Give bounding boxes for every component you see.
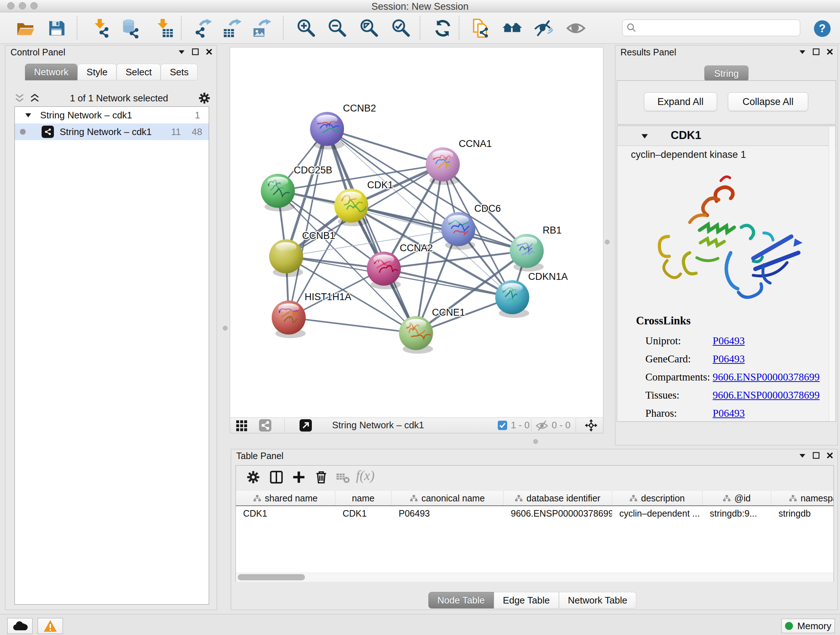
node-CCNE1[interactable] (399, 316, 433, 354)
search-input[interactable] (641, 22, 800, 34)
network-row[interactable]: String Network – cdk1 11 48 (15, 124, 209, 140)
crosslink-link[interactable]: 9606.ENSP00000378699 (713, 371, 820, 383)
import-database-icon[interactable] (120, 18, 141, 38)
tab-select[interactable]: Select (117, 64, 161, 80)
node-CDC25B[interactable] (261, 174, 295, 211)
table-cell[interactable]: cyclin–dependent ... (612, 506, 703, 521)
node-table[interactable]: shared namenamecanonical namedatabase id… (236, 491, 834, 573)
zoom-selected-icon[interactable] (391, 18, 411, 38)
crosslink-link[interactable]: P06493 (713, 407, 745, 419)
search-field[interactable] (622, 19, 800, 36)
node-CCNA2[interactable] (367, 252, 401, 289)
tab-node-table[interactable]: Node Table (428, 592, 494, 608)
collapse-all-button[interactable]: Collapse All (728, 92, 808, 111)
expand-all-button[interactable]: Expand All (644, 92, 717, 111)
entry-header[interactable]: CDK1 (617, 126, 836, 146)
node-CDC6[interactable] (441, 212, 475, 250)
edge-CCNB2-CCNA1[interactable] (327, 129, 443, 165)
edge-CCNB2-CCNE1[interactable] (327, 129, 416, 333)
export-image-icon[interactable] (252, 18, 272, 38)
zoom-out-icon[interactable] (327, 18, 347, 38)
tab-string[interactable]: String (704, 65, 748, 81)
column-header-shared-name[interactable]: shared name (236, 491, 335, 505)
crosslink-link[interactable]: P06493 (713, 335, 745, 347)
help-button[interactable]: ? (814, 20, 831, 37)
cloud-button[interactable] (7, 618, 33, 634)
hide-unhide-icon[interactable] (533, 18, 554, 38)
collapse-all-tree-icon[interactable] (29, 93, 40, 103)
table-horizontal-scrollbar[interactable] (236, 573, 834, 582)
delete-column-trash-icon[interactable] (314, 470, 328, 485)
add-column-icon[interactable] (292, 470, 306, 485)
tab-network-table[interactable]: Network Table (559, 592, 636, 608)
vertical-splitter-handle[interactable] (223, 326, 227, 331)
warnings-button[interactable] (38, 618, 63, 634)
collection-expand-icon[interactable] (24, 111, 32, 119)
crosslink-link[interactable]: P06493 (713, 353, 745, 365)
table-row[interactable]: CDK1CDK1P064939606.ENSP00000378699cyclin… (236, 506, 834, 521)
node-CCNA1[interactable] (426, 147, 460, 185)
preview-eye-icon[interactable] (566, 18, 586, 38)
import-table-icon[interactable] (153, 18, 174, 38)
selected-checkbox-icon[interactable] (497, 420, 508, 431)
scrollbar-thumb[interactable] (238, 574, 305, 580)
open-in-string-icon[interactable] (299, 419, 312, 432)
grid-view-icon[interactable] (235, 419, 248, 432)
panel-collapse-icon[interactable] (798, 48, 806, 56)
column-header-description[interactable]: description (612, 491, 703, 505)
column-header-database-identifier[interactable]: database identifier (504, 491, 612, 505)
table-cell[interactable]: CDK1 (335, 506, 392, 521)
column-header-namespace[interactable]: namespace (771, 491, 834, 505)
panel-collapse-icon[interactable] (178, 48, 186, 56)
panel-close-icon[interactable] (826, 48, 834, 56)
memory-button[interactable]: Memory (782, 619, 835, 633)
entry-collapse-icon[interactable] (640, 132, 649, 141)
save-session-icon[interactable] (46, 18, 66, 38)
tab-style[interactable]: Style (77, 64, 117, 80)
expand-all-tree-icon[interactable] (14, 93, 25, 103)
column-header-canonical-name[interactable]: canonical name (392, 491, 504, 505)
panel-float-icon[interactable] (191, 48, 199, 56)
horizontal-splitter-handle[interactable] (533, 439, 538, 444)
network-collection-row[interactable]: String Network – cdk1 1 (15, 107, 209, 124)
node-CDK1[interactable] (334, 188, 368, 226)
tab-network[interactable]: Network (25, 64, 77, 80)
birds-eye-icon[interactable] (584, 419, 598, 432)
table-cell[interactable]: CDK1 (236, 506, 335, 521)
table-cell[interactable]: stringdb (771, 506, 834, 521)
node-RB1[interactable] (510, 234, 544, 272)
vertical-splitter-handle[interactable] (605, 240, 609, 244)
panel-collapse-icon[interactable] (798, 451, 806, 459)
refresh-layout-icon[interactable] (433, 18, 453, 38)
edge-HIST1H1A-CCNE1[interactable] (289, 318, 416, 333)
show-columns-icon[interactable] (269, 470, 284, 485)
node-CDKN1A[interactable] (495, 280, 529, 318)
panel-close-icon[interactable] (826, 451, 834, 459)
results-scrollbar[interactable] (829, 127, 835, 421)
table-cell[interactable]: stringdb:9... (703, 506, 771, 521)
hidden-eye-icon[interactable] (535, 419, 548, 432)
zoom-in-icon[interactable] (296, 18, 316, 38)
table-settings-gear-icon[interactable] (246, 470, 261, 485)
tab-sets[interactable]: Sets (161, 64, 197, 80)
network-share-icon[interactable] (259, 419, 272, 432)
copy-view-icon[interactable] (470, 18, 491, 38)
column-header--id[interactable]: @id (703, 491, 771, 505)
panel-float-icon[interactable] (812, 451, 820, 459)
export-table-icon[interactable] (222, 18, 242, 38)
export-network-icon[interactable] (193, 18, 213, 38)
crosslink-link[interactable]: 9606.ENSP00000378699 (713, 389, 820, 401)
network-canvas[interactable]: CCNB2CCNA1CDC25BCDK1CDC6RB1CCNB1CCNA2HIS… (230, 48, 603, 418)
table-cell[interactable]: 9606.ENSP00000378699 (504, 506, 612, 521)
node-CCNB1[interactable] (269, 239, 303, 277)
import-network-icon[interactable] (90, 18, 111, 38)
node-HIST1H1A[interactable] (272, 301, 306, 338)
open-session-icon[interactable] (15, 18, 35, 38)
panel-float-icon[interactable] (812, 48, 820, 56)
table-cell[interactable]: P06493 (392, 506, 504, 521)
column-header-name[interactable]: name (335, 491, 392, 505)
panel-close-icon[interactable] (205, 48, 213, 56)
node-CCNB2[interactable] (310, 112, 344, 149)
home-string-icon[interactable] (502, 18, 523, 38)
tab-edge-table[interactable]: Edge Table (494, 592, 559, 608)
